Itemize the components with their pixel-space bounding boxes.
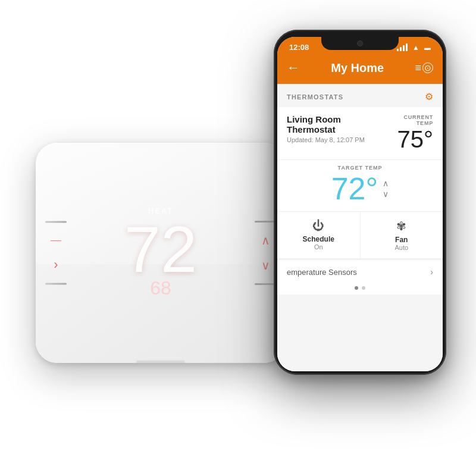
- left-line-1: [45, 221, 67, 223]
- sensors-chevron: ›: [430, 267, 433, 277]
- target-temp-value: 72°: [331, 173, 378, 204]
- bar-4: [406, 43, 408, 51]
- target-down-arrow[interactable]: ∨: [383, 189, 389, 199]
- current-temp-value: 75°: [387, 126, 433, 152]
- back-button[interactable]: ←: [287, 60, 300, 76]
- left-line-2: [45, 283, 67, 285]
- target-up-arrow[interactable]: ∧: [383, 178, 389, 189]
- device-info: Living Room Thermostat Updated: May 8, 1…: [287, 114, 387, 143]
- signal-bars-icon: [397, 43, 408, 51]
- battery-icon: ▬: [424, 44, 431, 51]
- target-row: 72° ∧ ∨: [331, 173, 389, 204]
- bar-3: [403, 45, 405, 51]
- thermostat-card: Living Room Thermostat Updated: May 8, 1…: [277, 107, 443, 259]
- left-arrow-right[interactable]: ›: [45, 257, 67, 273]
- right-arrow-up[interactable]: ∧: [261, 233, 270, 248]
- fan-control[interactable]: ✾ Fan Auto: [361, 212, 443, 258]
- left-controls: — ›: [45, 221, 67, 285]
- account-icon: ⊙: [422, 62, 433, 73]
- dots-row: [277, 281, 443, 295]
- target-arrows: ∧ ∨: [383, 178, 389, 199]
- target-temp-label: TARGET TEMP: [338, 165, 383, 171]
- left-arrow-minus[interactable]: —: [45, 234, 67, 246]
- menu-icon: ≡: [415, 62, 421, 74]
- right-line-2: [255, 283, 276, 285]
- schedule-icon: ⏻: [312, 219, 324, 233]
- status-time: 12:08: [289, 43, 309, 52]
- sensors-section[interactable]: emperature Sensors ›: [277, 259, 443, 281]
- fan-icon: ✾: [396, 219, 406, 233]
- device-updated: Updated: May 8, 12:07 PM: [287, 136, 387, 143]
- schedule-label: Schedule: [303, 235, 334, 243]
- gear-icon[interactable]: ⚙: [425, 91, 433, 102]
- thermostat-device: — › HEAT 72 68 ∧ ∨: [36, 143, 286, 363]
- thermostat-tab: [137, 361, 184, 363]
- app-header: ← My Home ≡ ⊙: [277, 55, 443, 84]
- sensors-title: emperature Sensors: [287, 268, 357, 277]
- status-icons: ▲ ▬: [397, 43, 431, 52]
- controls-row: ⏻ Schedule On ✾ Fan Auto: [277, 211, 443, 258]
- schedule-control[interactable]: ⏻ Schedule On: [277, 212, 361, 258]
- sub-temperature: 68: [150, 277, 171, 299]
- bar-2: [400, 47, 402, 51]
- phone-screen: 12:08 ▲ ▬ ← My Home ≡: [277, 37, 443, 371]
- right-controls: ∧ ∨: [255, 221, 276, 285]
- card-top: Living Room Thermostat Updated: May 8, 1…: [277, 107, 443, 159]
- phone-camera: [357, 40, 363, 46]
- scene: — › HEAT 72 68 ∧ ∨: [24, 24, 452, 452]
- schedule-value: On: [314, 243, 323, 250]
- target-section: TARGET TEMP 72° ∧ ∨: [277, 159, 443, 211]
- main-temperature: 72: [124, 217, 197, 282]
- dot-2: [362, 286, 365, 290]
- right-arrow-down[interactable]: ∨: [261, 258, 270, 273]
- center-display: HEAT 72 68: [124, 206, 197, 299]
- thermostats-section-header: THERMOSTATS ⚙: [277, 84, 443, 107]
- current-temp-block: CURRENT TEMP 75°: [387, 114, 433, 152]
- fan-value: Auto: [394, 244, 408, 251]
- right-line-1: [255, 221, 276, 223]
- fan-label: Fan: [395, 236, 408, 244]
- thermostat-inner: — › HEAT 72 68 ∧ ∨: [36, 143, 286, 363]
- bar-1: [397, 49, 399, 51]
- menu-button[interactable]: ≡ ⊙: [415, 62, 433, 74]
- device-name: Living Room Thermostat: [287, 114, 387, 134]
- phone: 12:08 ▲ ▬ ← My Home ≡: [274, 30, 446, 375]
- app-content: THERMOSTATS ⚙ Living Room Thermostat Upd…: [277, 84, 443, 371]
- dot-1: [355, 286, 358, 290]
- section-label: THERMOSTATS: [287, 93, 343, 101]
- wifi-icon: ▲: [412, 43, 419, 52]
- page-title: My Home: [331, 61, 384, 75]
- current-temp-label: CURRENT TEMP: [387, 114, 433, 126]
